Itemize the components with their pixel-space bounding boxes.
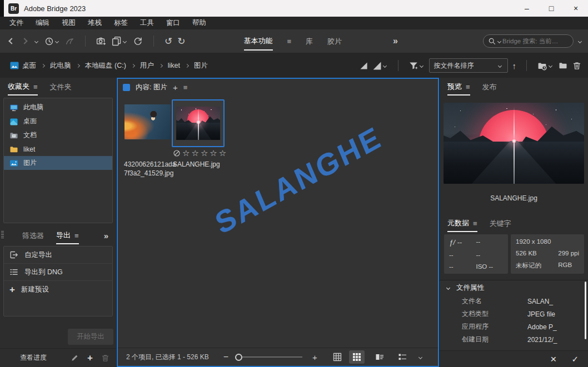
search-input[interactable] xyxy=(502,38,569,44)
zoom-in-icon[interactable]: + xyxy=(312,353,317,362)
tab-preview[interactable]: 预览 ≡ xyxy=(447,78,470,95)
apply-check-icon[interactable]: ✓ xyxy=(571,355,579,363)
tab-export[interactable]: 导出 ≡ xyxy=(56,227,79,244)
scrollbar[interactable] xyxy=(585,281,586,339)
breadcrumb-desktop[interactable]: 桌面 xyxy=(7,61,39,71)
item-count-status: 2 个项目, 已选择 1 - 526 KB xyxy=(126,353,209,362)
export-item-new-preset[interactable]: + 新建预设 xyxy=(4,281,112,298)
search-options-chevron-icon[interactable] xyxy=(578,39,582,43)
favorites-item-liket[interactable]: liket xyxy=(4,142,112,156)
add-preset-icon[interactable]: + xyxy=(87,353,93,363)
batch-copy-icon[interactable] xyxy=(112,36,128,46)
get-photos-camera-icon[interactable] xyxy=(96,36,107,46)
favorites-item-desktop[interactable]: 桌面 xyxy=(4,114,112,128)
star-icon[interactable]: ☆ xyxy=(191,149,198,157)
rotate-left-icon[interactable]: ↺ xyxy=(165,37,172,46)
delete-trash-icon[interactable] xyxy=(572,61,581,71)
workspace-overflow-icon[interactable]: » xyxy=(393,36,398,46)
filename-2[interactable]: SALANGHE.jpg xyxy=(173,160,220,168)
details-view-button[interactable] xyxy=(372,350,387,364)
filter-icon[interactable] xyxy=(408,61,425,71)
star-icon[interactable]: ☆ xyxy=(182,149,190,157)
close-button[interactable]: × xyxy=(564,0,588,17)
grid-lock-icon[interactable] xyxy=(333,353,342,361)
tab-filmstrip[interactable]: 胶片 xyxy=(327,32,342,50)
export-overflow-icon[interactable]: » xyxy=(104,231,108,240)
breadcrumb-separator-icon xyxy=(159,63,163,67)
star-icon[interactable]: ☆ xyxy=(201,149,208,157)
content-add-icon[interactable]: + xyxy=(173,83,178,92)
bridge-logo-icon: Br xyxy=(8,3,19,14)
tab-favorites[interactable]: 收藏夹 ≡ xyxy=(8,78,38,95)
start-export-button[interactable]: 开始导出 xyxy=(68,329,113,345)
tab-filter[interactable]: 筛选器 xyxy=(22,227,44,244)
recent-folder-icon[interactable] xyxy=(537,61,554,71)
sort-dropdown[interactable]: 按文件名排序 xyxy=(429,58,508,73)
export-footer: 查看进度 + xyxy=(0,348,116,367)
thumbnail-quality-icon[interactable] xyxy=(360,62,368,70)
favorites-menu-icon[interactable]: ≡ xyxy=(33,83,38,91)
breadcrumb-users[interactable]: 用户 xyxy=(137,61,157,71)
folder-icon xyxy=(9,145,18,154)
tab-metadata[interactable]: 元数据 ≡ xyxy=(447,214,477,232)
recent-history-icon[interactable] xyxy=(44,37,60,46)
file-properties-header[interactable]: 文件属性 xyxy=(440,280,588,295)
minimize-button[interactable]: – xyxy=(515,0,539,17)
search-scope-chevron-icon[interactable] xyxy=(497,39,501,43)
content-menu-icon[interactable]: ≡ xyxy=(183,83,188,92)
nav-chevron-down-icon[interactable] xyxy=(33,40,39,43)
filesize-value: 526 KB xyxy=(516,250,558,257)
rotate-right-icon[interactable]: ↻ xyxy=(177,37,185,46)
favorites-item-this-pc[interactable]: 此电脑 xyxy=(4,100,112,114)
rating-row[interactable]: ☆ ☆ ☆ ☆ ☆ xyxy=(173,149,226,157)
favorites-item-pictures[interactable]: 图片 xyxy=(4,156,112,170)
tab-folders[interactable]: 文件夹 xyxy=(50,78,72,95)
menu-view[interactable]: 视图 xyxy=(56,18,82,28)
tab-essentials[interactable]: 基本功能 xyxy=(244,32,273,51)
menu-window[interactable]: 窗口 xyxy=(160,18,186,28)
menu-label[interactable]: 标签 xyxy=(108,18,134,28)
menu-tools[interactable]: 工具 xyxy=(134,18,160,28)
content-panel-icon xyxy=(123,84,130,91)
export-item-dng[interactable]: 导出到 DNG xyxy=(4,264,112,281)
thumbnail-view-button[interactable] xyxy=(349,350,365,364)
back-icon[interactable] xyxy=(8,39,16,43)
app-toolbar: ↺ ↻ 基本功能 ≡ 库 胶片 » xyxy=(0,29,588,53)
breadcrumb-liket[interactable]: liket xyxy=(165,62,183,69)
menu-edit[interactable]: 编辑 xyxy=(29,18,56,28)
breadcrumb-local-disk-c[interactable]: 本地磁盘 (C:) xyxy=(82,61,129,71)
view-options-chevron-icon[interactable] xyxy=(418,355,422,359)
breadcrumb-pictures[interactable]: 图片 xyxy=(191,61,211,71)
menu-stacks[interactable]: 堆栈 xyxy=(82,18,108,28)
tab-libraries[interactable]: 库 xyxy=(306,32,313,50)
search-icon xyxy=(488,37,496,46)
tab-keywords[interactable]: 关键字 xyxy=(490,215,511,232)
metadata-menu-icon[interactable]: ≡ xyxy=(473,219,477,228)
thumbnail-image-1[interactable] xyxy=(124,104,171,139)
edit-pencil-icon[interactable] xyxy=(71,354,79,362)
breadcrumb-this-pc[interactable]: 此电脑 xyxy=(47,61,74,71)
thumbnail-size-slider[interactable] xyxy=(235,354,302,361)
tab-publish[interactable]: 发布 xyxy=(482,78,497,95)
export-item-custom[interactable]: 自定导出 xyxy=(4,247,112,264)
sort-ascending-icon[interactable]: ↑ xyxy=(512,62,517,70)
menu-help[interactable]: 帮助 xyxy=(186,18,212,28)
export-menu-icon[interactable]: ≡ xyxy=(74,232,79,240)
menu-file[interactable]: 文件 xyxy=(3,18,29,28)
zoom-out-icon[interactable]: − xyxy=(223,352,228,362)
maximize-button[interactable]: □ xyxy=(539,0,564,17)
slider-track[interactable] xyxy=(242,356,302,358)
slider-knob[interactable] xyxy=(235,354,242,361)
workspace-menu-icon[interactable]: ≡ xyxy=(287,37,292,46)
favorites-item-documents[interactable]: 文档 xyxy=(4,128,112,142)
view-progress-link[interactable]: 查看进度 xyxy=(20,353,47,363)
refresh-icon[interactable] xyxy=(133,36,143,46)
cancel-icon[interactable]: × xyxy=(550,354,556,364)
preview-menu-icon[interactable]: ≡ xyxy=(466,83,470,91)
thumbnail-selected[interactable] xyxy=(172,99,225,147)
star-icon[interactable]: ☆ xyxy=(210,149,217,157)
list-view-button[interactable] xyxy=(395,350,410,364)
new-folder-icon[interactable] xyxy=(558,61,568,70)
star-icon[interactable]: ☆ xyxy=(219,149,226,157)
preview-quality-icon[interactable] xyxy=(372,61,388,71)
